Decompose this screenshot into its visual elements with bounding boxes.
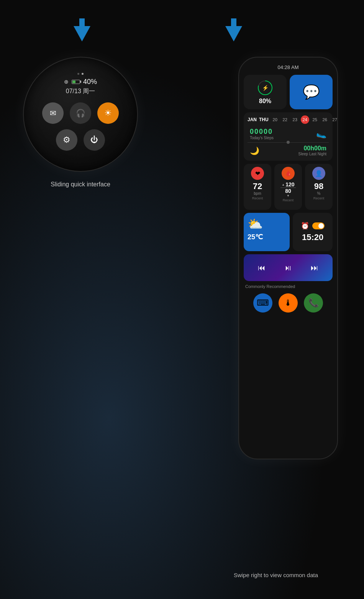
band-caption: Swipe right to view common data xyxy=(188,572,364,578)
heart-rate-value: 72 xyxy=(253,181,262,191)
thermometer-icon: 🌡 xyxy=(284,298,292,308)
message-bubble-icon: 💬 xyxy=(303,84,320,100)
blood-pressure-icon: 🩸 xyxy=(282,167,295,180)
battery-ring: ⚡ xyxy=(257,79,274,96)
watch-settings-button[interactable]: ⚙ xyxy=(56,129,77,151)
alarm-icon: ⏰ xyxy=(301,222,309,230)
svg-rect-1 xyxy=(79,18,85,28)
dot-1 xyxy=(77,73,79,75)
band-device: 04:28 AM ⚡ 80% 💬 JAN THU 20 22 23 24 25 xyxy=(238,57,338,459)
health-row: ❤ 72 bpm Recent 🩸 ▲ 120 80 ▼ Recent 👤 98 xyxy=(244,164,333,210)
battery-bar xyxy=(72,80,80,84)
watch-power-button[interactable]: ⏻ xyxy=(84,129,105,151)
link-icon: ⊕ xyxy=(64,79,69,85)
watch-headphone-button[interactable]: 🎧 xyxy=(70,102,91,124)
watch-battery-pct: 40% xyxy=(83,78,97,86)
sleep-icon: 🌙 xyxy=(250,146,259,155)
bp-recent: Recent xyxy=(283,198,294,202)
spo2-value: 98 xyxy=(314,181,323,191)
watch-icons-bottom: ⚙ ⏻ xyxy=(56,129,105,151)
blood-pressure-card[interactable]: 🩸 ▲ 120 80 ▼ Recent xyxy=(274,164,302,210)
recommended-label: Commonly Recommended xyxy=(244,284,333,289)
steps-icon: 🥿 xyxy=(316,129,326,139)
date-27: 27 xyxy=(331,117,338,122)
svg-marker-0 xyxy=(74,26,90,41)
sleep-time: 00h00m xyxy=(298,145,326,152)
date-23: 23 xyxy=(291,117,299,122)
right-arrow-icon xyxy=(225,18,242,43)
bp-values: ▲ 120 80 ▼ xyxy=(280,181,296,197)
message-card[interactable]: 💬 xyxy=(290,75,333,109)
watch-brightness-button[interactable]: ☀ xyxy=(97,102,119,124)
music-player-card: ⏮ ⏯ ⏭ xyxy=(244,254,333,281)
bp-diastolic: 80 xyxy=(285,188,291,194)
bp-arrow-up-icon: ▲ xyxy=(282,183,285,186)
music-prev-button[interactable]: ⏮ xyxy=(258,263,266,272)
weather-card[interactable]: ⛅ 25℃ xyxy=(244,213,290,251)
sleep-row: 🌙 00h00m Sleep Last Night xyxy=(248,143,329,158)
alarm-toggle[interactable] xyxy=(312,222,325,229)
recommended-temperature-button[interactable]: 🌡 xyxy=(279,293,298,313)
spo2-recent: Recent xyxy=(313,196,325,200)
spo2-unit: % xyxy=(317,191,321,196)
alarm-card[interactable]: ⏰ 15:20 xyxy=(293,213,333,251)
svg-rect-3 xyxy=(231,18,236,28)
settings-icon: ⚙ xyxy=(63,135,71,145)
heart-icon: ❤ xyxy=(251,167,264,180)
watch-caption: Sliding quick interface xyxy=(23,181,138,188)
date-numbers: 20 22 23 24 25 26 27 xyxy=(271,115,338,124)
brightness-icon: ☀ xyxy=(104,108,112,118)
weather-icon: ⛅ xyxy=(248,217,263,231)
date-26: 26 xyxy=(321,117,329,122)
watch-dots xyxy=(77,73,84,75)
dot-2 xyxy=(82,73,84,75)
steps-count: 00000 xyxy=(250,128,274,136)
band-time: 04:28 AM xyxy=(278,64,299,70)
recommended-phone-button[interactable]: 📞 xyxy=(304,293,323,313)
heart-rate-recent: Recent xyxy=(252,196,263,200)
recommended-keyboard-button[interactable]: ⌨ xyxy=(253,293,272,313)
headphone-icon: 🎧 xyxy=(76,109,85,118)
weather-temp: 25℃ xyxy=(248,233,263,241)
battery-percent-label: 80% xyxy=(259,98,271,105)
steps-label: Today's Steps xyxy=(250,136,274,140)
spo2-icon: 👤 xyxy=(312,167,325,180)
alarm-top-row: ⏰ xyxy=(301,222,325,230)
heart-rate-card[interactable]: ❤ 72 bpm Recent xyxy=(244,164,271,210)
keyboard-icon: ⌨ xyxy=(257,298,269,308)
sleep-label: Sleep Last Night xyxy=(298,152,326,156)
spo2-card[interactable]: 👤 98 % Recent xyxy=(305,164,333,210)
day-label: THU xyxy=(259,117,269,122)
mail-icon: ✉ xyxy=(50,109,56,118)
date-25: 25 xyxy=(311,117,319,122)
music-play-pause-button[interactable]: ⏯ xyxy=(284,263,292,272)
power-icon: ⏻ xyxy=(90,135,98,144)
watch-date: 07/13 周一 xyxy=(66,87,95,95)
weather-alarm-row: ⛅ 25℃ ⏰ 15:20 xyxy=(244,213,333,251)
watch-circle: ⊕ 40% 07/13 周一 ✉ 🎧 ☀ ⚙ ⏻ xyxy=(23,57,138,172)
svg-marker-2 xyxy=(225,26,242,41)
alarm-time: 15:20 xyxy=(302,232,323,242)
watch-status-row: ⊕ 40% xyxy=(64,78,97,86)
watch-icons-top: ✉ 🎧 ☀ xyxy=(42,102,119,124)
bp-arrow-down-icon: ▼ xyxy=(287,194,290,197)
left-arrow-icon xyxy=(74,18,90,43)
date-22: 22 xyxy=(281,117,289,122)
battery-lightning-icon: ⚡ xyxy=(262,85,269,91)
phone-icon: 📞 xyxy=(308,298,319,308)
date-20: 20 xyxy=(271,117,279,122)
date-card: JAN THU 20 22 23 24 25 26 27 00000 Today… xyxy=(244,112,333,161)
steps-sleep-divider xyxy=(248,142,329,143)
recommended-row: ⌨ 🌡 📞 xyxy=(244,292,333,314)
music-next-button[interactable]: ⏭ xyxy=(311,263,318,272)
heart-rate-unit: bpm xyxy=(254,191,261,196)
date-24-active: 24 xyxy=(301,115,309,124)
bp-systolic: 120 xyxy=(285,181,294,188)
battery-card[interactable]: ⚡ 80% xyxy=(244,75,287,109)
band-top-row: ⚡ 80% 💬 xyxy=(244,75,333,109)
steps-row: 00000 Today's Steps 🥿 xyxy=(248,126,329,142)
watch-mail-button[interactable]: ✉ xyxy=(42,102,64,124)
month-label: JAN xyxy=(248,117,257,122)
